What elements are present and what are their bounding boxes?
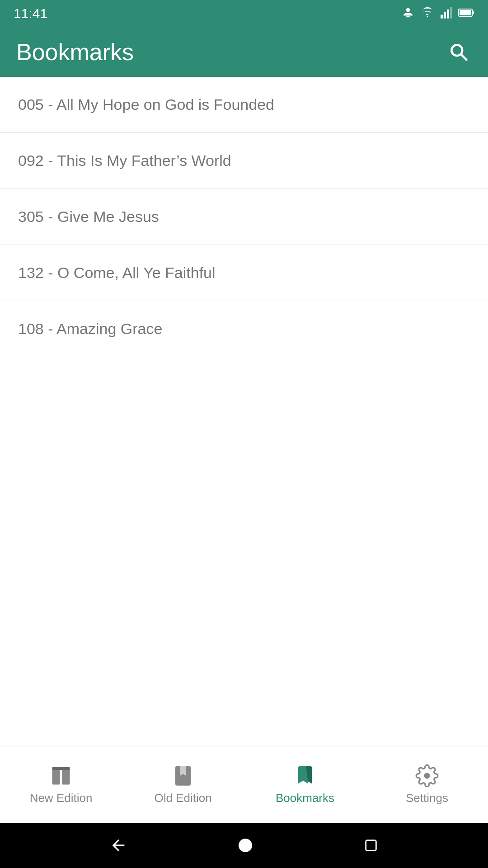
svg-rect-7 (472, 11, 474, 14)
wifi-icon (420, 7, 435, 20)
bookmark-item-text: 005 - All My Hope on God is Founded (18, 96, 274, 113)
search-button[interactable] (445, 38, 472, 66)
nav-label-bookmarks: Bookmarks (276, 791, 334, 805)
profile-status-icon (401, 5, 415, 22)
nav-label-old-edition: Old Edition (154, 791, 211, 805)
bookmark-item-text: 108 - Amazing Grace (18, 320, 162, 337)
bookmark-item[interactable]: 108 - Amazing Grace (0, 301, 488, 357)
settings-icon (415, 764, 439, 788)
nav-item-new-edition[interactable]: New Edition (0, 746, 122, 823)
recents-button[interactable] (363, 838, 379, 853)
nav-label-settings: Settings (406, 791, 448, 805)
nav-item-settings[interactable]: Settings (366, 746, 488, 823)
signal-icon (440, 6, 453, 21)
search-icon (448, 42, 468, 61)
svg-rect-16 (366, 840, 376, 851)
svg-line-10 (461, 54, 466, 60)
page-title: Bookmarks (16, 38, 134, 66)
svg-rect-2 (441, 15, 443, 19)
svg-rect-3 (444, 12, 446, 19)
battery-icon (458, 7, 474, 20)
bookmarks-icon (293, 764, 317, 788)
app-header: Bookmarks (0, 27, 488, 77)
bookmark-item-text: 132 - O Come, All Ye Faithful (18, 264, 216, 281)
bookmark-item-text: 305 - Give Me Jesus (18, 208, 159, 225)
svg-rect-8 (460, 10, 471, 15)
bookmark-item[interactable]: 005 - All My Hope on God is Founded (0, 77, 488, 133)
nav-item-old-edition[interactable]: Old Edition (122, 746, 244, 823)
old-edition-icon (171, 764, 195, 788)
svg-rect-5 (450, 7, 452, 19)
svg-rect-4 (447, 9, 449, 19)
android-nav-bar (0, 823, 488, 868)
bookmark-item[interactable]: 305 - Give Me Jesus (0, 189, 488, 245)
bookmark-item-text: 092 - This Is My Father’s World (18, 152, 231, 169)
bookmark-item[interactable]: 132 - O Come, All Ye Faithful (0, 245, 488, 301)
status-icons (401, 5, 474, 22)
bottom-navigation: New Edition Old Edition Bookmarks Settin… (0, 746, 488, 823)
svg-rect-13 (52, 767, 70, 770)
bookmark-list: 005 - All My Hope on God is Founded092 -… (0, 77, 488, 746)
nav-item-bookmarks[interactable]: Bookmarks (244, 746, 366, 823)
new-edition-icon (49, 764, 73, 788)
status-bar: 11:41 (0, 0, 488, 27)
home-button[interactable] (237, 837, 253, 854)
status-time: 11:41 (14, 6, 47, 21)
svg-point-14 (424, 773, 430, 779)
back-button[interactable] (109, 836, 127, 854)
svg-point-15 (239, 839, 252, 852)
nav-label-new-edition: New Edition (30, 791, 93, 805)
bookmark-item[interactable]: 092 - This Is My Father’s World (0, 133, 488, 189)
